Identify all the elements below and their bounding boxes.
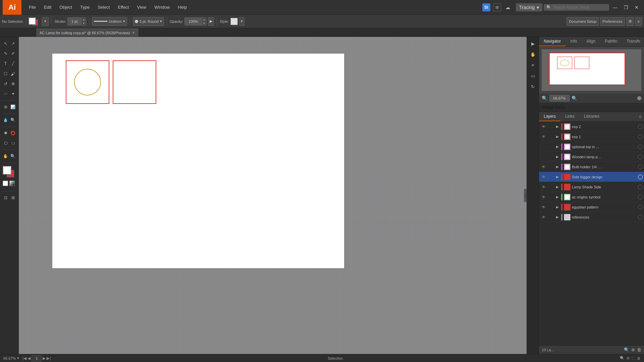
color-mode-solid[interactable] <box>3 181 8 186</box>
minimize-button[interactable]: — <box>610 3 620 12</box>
statusbar-delete-icon[interactable]: 🗑 <box>637 356 641 360</box>
chart-tool[interactable]: 📊 <box>9 102 17 112</box>
tab-info[interactable]: Info <box>566 37 582 46</box>
measure-tool[interactable]: 🔍 <box>9 115 17 125</box>
rect-tool[interactable]: ☐ <box>2 69 9 78</box>
hand-panel-icon[interactable]: ✋ <box>528 50 538 59</box>
type-tool[interactable]: T <box>2 59 9 68</box>
stroke-down-arrow[interactable]: ▼ <box>81 21 86 25</box>
layer-vis-exp2[interactable]: 👁 <box>540 123 547 130</box>
select-tool[interactable]: ↖ <box>2 39 9 48</box>
tab-pathfinder[interactable]: Pathfin <box>600 37 622 46</box>
menu-select[interactable]: Select <box>94 3 113 11</box>
layer-target-lamp-shade[interactable] <box>638 185 643 189</box>
layer-vis-egyptian[interactable]: 👁 <box>540 204 547 210</box>
tab-transform[interactable]: Transfo <box>622 37 644 46</box>
sync-icon[interactable]: St <box>482 3 490 11</box>
play-icon-btn[interactable]: ▶ <box>528 39 538 48</box>
prev-artboard-btn[interactable]: ◀ <box>28 356 31 361</box>
direct-select-tool[interactable]: ↗ <box>9 39 17 48</box>
first-artboard-btn[interactable]: |◀ <box>22 356 26 361</box>
zoom-in-icon[interactable]: 🔍 <box>572 96 577 101</box>
zoom-tool[interactable]: 🔍 <box>9 152 17 161</box>
layer-expand-exp1[interactable]: ▶ <box>555 133 560 140</box>
stroke-style-dropdown[interactable]: Uniform ▾ <box>92 17 127 26</box>
menu-file[interactable]: File <box>25 3 39 11</box>
layer-vis-bulb[interactable]: 👁 <box>540 164 547 170</box>
magic-wand-tool[interactable]: ✱ <box>2 128 9 138</box>
scale-tool[interactable]: ⊕ <box>9 79 17 88</box>
layer-row-optional-top[interactable]: ▶ optional top in ... <box>539 142 644 152</box>
brush-tool[interactable]: 🖌 <box>9 69 17 78</box>
layer-target-bulb[interactable] <box>638 165 643 169</box>
layer-row-ac-origins[interactable]: 👁 ▶ ac origins symbol <box>539 192 644 202</box>
fill-stroke-swatches[interactable] <box>29 17 41 26</box>
search-input[interactable] <box>553 5 606 10</box>
tab-libraries[interactable]: Libraries <box>579 112 604 121</box>
fill-swatch[interactable] <box>3 166 11 175</box>
layer-target-wooden[interactable] <box>638 155 643 159</box>
layer-vis-exp1[interactable]: 👁 <box>540 133 547 140</box>
layer-target-ac-origins[interactable] <box>638 195 643 199</box>
cloud-icon[interactable]: ☁ <box>504 3 512 11</box>
style-arrow[interactable]: ▾ <box>239 17 245 26</box>
layer-expand-exp2[interactable]: ▶ <box>555 123 560 130</box>
nav-zoom-input[interactable] <box>549 95 570 102</box>
layer-row-exp1[interactable]: 👁 ▶ exp 1 <box>539 132 644 142</box>
menu-type[interactable]: Type <box>77 3 93 11</box>
symbol-sprayer-tool[interactable]: ⊛ <box>2 102 9 112</box>
opacity-up-arrow[interactable]: ▲ <box>202 18 206 21</box>
statusbar-arrange-icon[interactable]: ⊞ <box>627 356 630 360</box>
layer-vis-side-bigger[interactable]: 👁 <box>540 174 547 180</box>
shape-rect-2[interactable] <box>113 60 156 104</box>
fill-dropdown[interactable]: ▾ <box>42 17 49 26</box>
arrange-btn[interactable]: ⊞ <box>626 17 634 26</box>
layer-target-exp1[interactable] <box>638 134 643 139</box>
stroke-input-group[interactable]: ▲ ▼ <box>67 17 86 25</box>
tracing-button[interactable]: Tracing ▾ <box>516 3 542 11</box>
opacity-input-group[interactable]: ▲ ▼ <box>184 17 207 25</box>
statusbar-grid-icon[interactable]: ⬚ <box>632 356 635 360</box>
pencil-tool[interactable]: ✐ <box>9 49 17 58</box>
document-tab-close[interactable]: ✕ <box>132 31 135 35</box>
delete-layer-btn[interactable]: 🗑 <box>637 347 641 352</box>
new-layer-btn[interactable]: 🔍 <box>624 347 629 352</box>
zoom-indicator[interactable] <box>637 96 641 100</box>
layer-target-exp2[interactable] <box>638 124 643 129</box>
grid-icon[interactable]: ⊞ <box>493 3 501 11</box>
layer-expand-references[interactable]: ▶ <box>555 214 560 221</box>
layer-row-wooden[interactable]: ▶ Wooden lamp p... <box>539 152 644 162</box>
artboard-tool[interactable]: ⊞ <box>9 193 17 202</box>
canvas-area[interactable]: ⋮ <box>19 37 527 354</box>
style-preview[interactable] <box>230 18 238 25</box>
last-artboard-btn[interactable]: ▶| <box>47 356 51 361</box>
line-tool[interactable]: ╱ <box>9 59 17 68</box>
blend-tool[interactable]: ⬡ <box>2 138 9 148</box>
warp-tool[interactable]: ⋯ <box>2 89 9 99</box>
toolbar-more-btn[interactable]: ≡ <box>635 17 642 26</box>
artboard[interactable] <box>52 54 344 268</box>
tab-navigator[interactable]: Navigator <box>539 37 566 46</box>
tab-layers[interactable]: Layers <box>539 112 560 121</box>
layer-target-egyptian[interactable] <box>638 205 643 209</box>
layer-expand-lamp-shade[interactable]: ▶ <box>555 184 560 190</box>
screen-mode-btn[interactable]: ⊡ <box>2 193 9 202</box>
preferences-btn[interactable]: Preferences <box>600 17 625 26</box>
perspective-tool[interactable]: ⬭ <box>9 138 17 148</box>
stroke-up-arrow[interactable]: ▲ <box>81 18 86 21</box>
brush-dropdown[interactable]: 3 pt. Round ▾ <box>133 17 164 26</box>
eyedropper-tool[interactable]: 💧 <box>2 115 9 125</box>
menu-effect[interactable]: Effect <box>114 3 132 11</box>
color-mode-gradient[interactable] <box>9 181 15 186</box>
opacity-more-btn[interactable]: ▶ <box>208 17 214 26</box>
menu-view[interactable]: View <box>133 3 150 11</box>
layer-row-exp2[interactable]: 👁 ▶ exp 2 <box>539 122 644 132</box>
layer-expand-bulb[interactable]: ▶ <box>555 164 560 170</box>
hand-tool[interactable]: ✋ <box>2 152 9 161</box>
layers-search-btn[interactable]: ⊕ <box>631 347 635 352</box>
layer-target-optional[interactable] <box>638 144 643 149</box>
next-artboard-btn[interactable]: ▶ <box>43 356 46 361</box>
close-button[interactable]: ✕ <box>632 3 641 12</box>
shape-circle-1[interactable] <box>74 69 101 96</box>
zoom-dropdown-arrow[interactable]: ▾ <box>17 356 19 360</box>
